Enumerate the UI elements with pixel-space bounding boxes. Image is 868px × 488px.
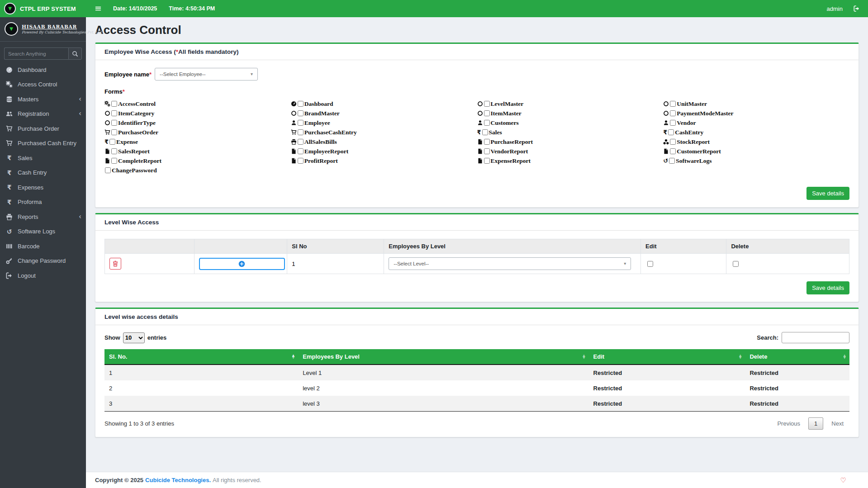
checkbox-employee[interactable] [298, 120, 304, 126]
person-icon [291, 120, 297, 126]
checkbox-changepassword[interactable] [105, 167, 111, 173]
checkbox-cashentry[interactable] [668, 129, 674, 135]
employee-name-label: Employee name* [104, 71, 152, 78]
sidebar-item-access-control[interactable]: Access Control ‹ [0, 77, 86, 92]
checkbox-unitmaster[interactable] [670, 101, 676, 107]
rupee-icon: ₹ [5, 184, 14, 190]
form-item-sales: ₹ Sales [477, 128, 664, 137]
logout-icon[interactable] [854, 5, 860, 12]
sidebar-item-sales[interactable]: ₹ Sales ‹ [0, 151, 86, 166]
delete-checkbox[interactable] [733, 261, 739, 267]
column-header-sl-no[interactable]: Sl. No. ▲▼ [104, 349, 298, 365]
sidebar-item-expenses[interactable]: ₹ Expenses ‹ [0, 180, 86, 195]
main-content: Access Control Employee Wise Access (*Al… [86, 17, 868, 472]
sidebar-brand: ▼ HISAAB BARABAR Powered By Cubicide Tec… [0, 17, 86, 42]
checkbox-softwarelogs[interactable] [669, 158, 675, 164]
checkbox-expense[interactable] [109, 139, 115, 145]
sidebar-item-dashboard[interactable]: Dashboard ‹ [0, 62, 86, 77]
details-table: Sl. No. ▲▼ Employees By Level ▲▼ Edit ▲▼ [104, 349, 849, 412]
checkbox-paymentmodemaster[interactable] [670, 110, 676, 116]
form-item-profitreport: ProfitReport [291, 156, 477, 166]
edit-checkbox[interactable] [647, 261, 653, 267]
save-level-details-button[interactable]: Save details [806, 281, 849, 294]
checkbox-sales[interactable] [482, 129, 488, 135]
date-label: Date: 14/10/2025 [113, 5, 157, 12]
form-item-expensereport: ExpenseReport [477, 156, 664, 166]
checkbox-completereport[interactable] [111, 158, 117, 164]
column-header-actions [105, 239, 194, 254]
checkbox-purchasereport[interactable] [484, 139, 490, 145]
checkbox-levelmaster[interactable] [484, 101, 490, 107]
pagination-next[interactable]: Next [825, 418, 849, 429]
sidebar-item-software-logs[interactable]: ↺ Software Logs ‹ [0, 224, 86, 239]
sort-icon: ▲▼ [583, 354, 585, 359]
sort-icon: ▲▼ [292, 354, 294, 359]
sidebar-item-reports[interactable]: Reports ‹ [0, 209, 86, 224]
sidebar-logo-icon: ▼ [5, 22, 18, 36]
sidebar-item-registration[interactable]: Registration ‹ [0, 107, 86, 122]
checkbox-expensereport[interactable] [484, 158, 490, 164]
printer-icon [291, 139, 297, 145]
search-button[interactable] [68, 47, 82, 60]
entries-label: entries [147, 334, 167, 341]
pagination-page-1[interactable]: 1 [808, 417, 823, 430]
sidebar-item-masters[interactable]: Masters ‹ [0, 92, 86, 107]
column-header-employees-by-level[interactable]: Employees By Level ▲▼ [298, 349, 588, 365]
form-item-stockreport: StockReport [663, 137, 849, 147]
table-row: 2 level 2 Restricted Restricted [104, 380, 849, 396]
checkbox-accesscontrol[interactable] [111, 101, 117, 107]
delete-row-button[interactable] [109, 258, 121, 270]
save-details-button[interactable]: Save details [806, 187, 849, 200]
checkbox-dashboard[interactable] [298, 101, 304, 107]
sidebar-logo-title: HISAAB BARABAR [22, 24, 103, 29]
forms-checkbox-grid: AccessControl ItemCategory IdentifierTyp… [104, 99, 849, 175]
page-title: Access Control [95, 23, 859, 37]
sidebar-item-proforma[interactable]: ₹ Proforma ‹ [0, 195, 86, 210]
column-header-delete[interactable]: Delete ▲▼ [745, 349, 849, 365]
edit-status-cell: Restricted [589, 380, 745, 396]
checkbox-vendor[interactable] [670, 120, 676, 126]
sidebar-item-barcode[interactable]: Barcode ‹ [0, 239, 86, 254]
sidebar-item-logout[interactable]: Logout ‹ [0, 268, 86, 283]
checkbox-purchaseorder[interactable] [111, 129, 117, 135]
checkbox-employeereport[interactable] [298, 148, 304, 154]
checkbox-itemcategory[interactable] [111, 110, 117, 116]
sidebar-item-cash-entry[interactable]: ₹ Cash Entry ‹ [0, 166, 86, 180]
search-input[interactable] [4, 47, 68, 60]
gears-icon [5, 81, 14, 88]
checkbox-salesreport[interactable] [111, 148, 117, 154]
checkbox-brandmaster[interactable] [298, 110, 304, 116]
checkbox-vendorreport[interactable] [484, 148, 490, 154]
page-length-select[interactable]: 10 [123, 332, 145, 343]
heart-icon: ♡ [840, 476, 846, 484]
rupee-icon: ₹ [5, 199, 14, 205]
caret-down-icon: ▾ [251, 72, 253, 76]
search-icon [72, 51, 78, 57]
checkbox-purchasecashentry[interactable] [298, 129, 304, 135]
column-header-edit[interactable]: Edit ▲▼ [589, 349, 745, 365]
rupee-icon: ₹ [5, 155, 14, 161]
table-search-input[interactable] [782, 332, 849, 343]
checkbox-stockreport[interactable] [670, 139, 676, 145]
chevron-left-icon: ‹ [79, 110, 81, 117]
navbar-right: admin [827, 5, 868, 12]
checkbox-itemmaster[interactable] [484, 110, 490, 116]
form-item-customers: Customers [477, 118, 664, 128]
form-item-dashboard: Dashboard [291, 99, 477, 109]
sidebar-item-purchased-cash-entry[interactable]: Purchased Cash Entry ‹ [0, 136, 86, 151]
checkbox-customers[interactable] [484, 120, 490, 126]
sidebar-item-purchase-order[interactable]: Purchase Order ‹ [0, 121, 86, 136]
add-row-button[interactable] [199, 258, 285, 270]
company-link[interactable]: Cubicide Technologies. [145, 477, 211, 483]
checkbox-identifiertype[interactable] [111, 120, 117, 126]
level-select[interactable]: --Select Level-- ▾ [389, 257, 631, 270]
database-icon [5, 96, 14, 103]
checkbox-allsalesbills[interactable] [298, 139, 304, 145]
sidebar-item-change-password[interactable]: Change Password ‹ [0, 254, 86, 269]
checkbox-profitreport[interactable] [298, 158, 304, 164]
pagination-previous[interactable]: Previous [771, 418, 806, 429]
checkbox-customerreport[interactable] [670, 148, 676, 154]
menu-toggle-button[interactable] [93, 4, 103, 14]
user-menu[interactable]: admin [827, 5, 843, 12]
employee-select[interactable]: --Select Employee-- ▾ [155, 68, 258, 81]
